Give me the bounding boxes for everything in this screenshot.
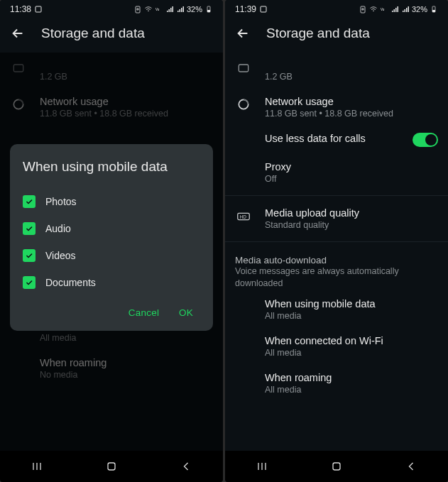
svg-rect-13: [261, 6, 266, 12]
app-bar: Storage and data: [225, 18, 448, 53]
svg-rect-19: [432, 10, 435, 12]
battery-pct: 32%: [187, 5, 202, 13]
row-use-less-data[interactable]: Use less data for calls: [225, 126, 448, 154]
row-label: Network usage: [265, 96, 438, 107]
battery-icon: [430, 5, 438, 13]
battery-saver-icon: [133, 5, 142, 13]
svg-rect-12: [108, 463, 115, 470]
ok-button[interactable]: OK: [179, 307, 193, 318]
section-sub: Voice messages are always automatically …: [235, 265, 438, 290]
signal-icon-2: [176, 5, 185, 13]
checkbox-checked-icon[interactable]: [23, 249, 35, 262]
row-label: Proxy: [265, 161, 438, 172]
row-label: When roaming: [265, 372, 438, 383]
volte-icon: Vo: [380, 5, 388, 13]
section-auto-download: Media auto-download Voice messages are a…: [225, 246, 448, 291]
page-title: Storage and data: [41, 26, 145, 41]
row-sub: All media: [265, 348, 438, 358]
volte-icon: Vo: [155, 5, 163, 13]
status-time: 11:39: [235, 4, 256, 14]
row-roaming[interactable]: When roaming All media: [225, 365, 448, 402]
data-usage-icon: [236, 97, 251, 111]
row-sub: Off: [265, 174, 438, 184]
option-audio[interactable]: Audio: [23, 215, 200, 242]
dialog-scrim[interactable]: When using mobile data Photos Audio Vide…: [0, 53, 223, 451]
screenshot-icon: [34, 5, 43, 13]
mobile-data-dialog: When using mobile data Photos Audio Vide…: [10, 144, 213, 332]
phone-left: 11:38 Vo 32% Storage and data x 1.2 GB: [0, 0, 223, 482]
svg-rect-27: [333, 463, 340, 470]
app-bar: Storage and data: [0, 18, 223, 53]
row-label: When connected on Wi-Fi: [265, 335, 438, 346]
row-mobile[interactable]: When using mobile data All media: [225, 291, 448, 328]
option-label: Videos: [45, 250, 76, 261]
screenshot-icon: [259, 5, 268, 13]
svg-text:Vo: Vo: [381, 8, 385, 11]
dialog-title: When using mobile data: [23, 158, 200, 176]
row-sub: Standard quality: [265, 220, 438, 230]
signal-icon-2: [401, 5, 410, 13]
recents-icon[interactable]: [30, 459, 44, 473]
phone-right: 11:39 Vo 32% Storage and data x 1.2 GB: [225, 0, 448, 482]
row-label: Media upload quality: [265, 207, 438, 219]
svg-rect-0: [35, 6, 41, 12]
toggle-on-icon[interactable]: [413, 133, 438, 147]
back-nav-icon[interactable]: [404, 459, 418, 473]
back-nav-icon[interactable]: [179, 459, 193, 473]
option-label: Photos: [45, 196, 77, 207]
svg-text:HD: HD: [240, 214, 247, 219]
svg-text:Vo: Vo: [155, 8, 160, 11]
battery-icon: [204, 5, 213, 13]
status-bar: 11:38 Vo 32%: [0, 0, 223, 18]
checkbox-checked-icon[interactable]: [23, 195, 35, 208]
home-icon[interactable]: [329, 459, 344, 473]
section-title: Media auto-download: [235, 255, 438, 265]
nav-bar: [225, 451, 448, 482]
home-icon[interactable]: [104, 459, 119, 473]
back-icon[interactable]: [10, 26, 26, 41]
status-bar: 11:39 Vo 32%: [225, 0, 448, 18]
svg-rect-6: [207, 10, 210, 12]
option-videos[interactable]: Videos: [23, 242, 200, 269]
folder-icon: [236, 61, 251, 75]
option-photos[interactable]: Photos: [23, 188, 200, 215]
row-sub: 11.8 GB sent • 18.8 GB received: [265, 109, 438, 119]
checkbox-checked-icon[interactable]: [23, 276, 35, 289]
option-documents[interactable]: Documents: [23, 269, 200, 296]
wifi-icon: [144, 5, 153, 13]
back-icon[interactable]: [235, 26, 251, 41]
wifi-icon: [369, 5, 378, 13]
row-network-usage[interactable]: Network usage 11.8 GB sent • 18.8 GB rec…: [225, 89, 448, 126]
checkbox-checked-icon[interactable]: [23, 222, 35, 235]
nav-bar: [0, 451, 223, 482]
signal-icon: [390, 5, 399, 13]
row-label: Use less data for calls: [265, 133, 400, 144]
row-wifi[interactable]: When connected on Wi-Fi All media: [225, 328, 448, 365]
option-label: Documents: [45, 277, 96, 288]
row-proxy[interactable]: Proxy Off: [225, 154, 448, 191]
row-upload-quality[interactable]: HD Media upload quality Standard quality: [225, 200, 448, 237]
cancel-button[interactable]: Cancel: [129, 307, 159, 318]
row-sub: 1.2 GB: [265, 72, 438, 82]
row-sub: All media: [265, 311, 438, 321]
page-title: Storage and data: [266, 26, 370, 41]
recents-icon[interactable]: [255, 459, 269, 473]
signal-icon: [165, 5, 174, 13]
battery-pct: 32%: [412, 5, 427, 13]
status-time: 11:38: [10, 4, 31, 14]
row-manage-storage[interactable]: x 1.2 GB: [225, 53, 448, 89]
svg-rect-20: [239, 65, 248, 72]
row-label: When using mobile data: [265, 298, 438, 310]
hd-icon: HD: [236, 209, 251, 224]
row-sub: All media: [265, 385, 438, 395]
battery-saver-icon: [359, 5, 367, 13]
option-label: Audio: [45, 223, 71, 234]
